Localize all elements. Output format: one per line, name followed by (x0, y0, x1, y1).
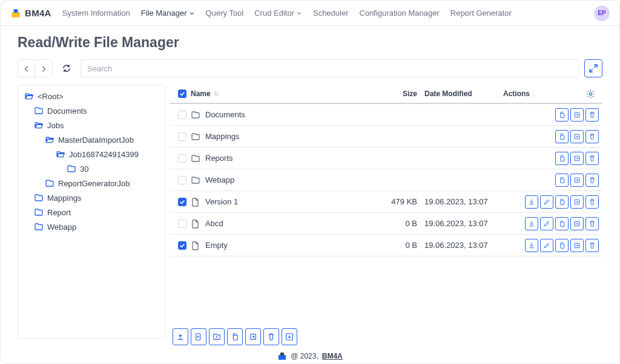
tree-node[interactable]: Webapp (21, 219, 162, 234)
table-settings-button[interactable] (582, 89, 599, 99)
row-name[interactable]: Reports (205, 154, 233, 163)
row-checkbox[interactable] (178, 154, 186, 163)
row-actions (503, 152, 599, 165)
tree-node[interactable]: Mappings (21, 190, 162, 205)
chevron-down-icon (296, 10, 302, 16)
row-name[interactable]: Abcd (205, 219, 223, 228)
nav-link[interactable]: Report Generator (450, 8, 512, 18)
row-move-button[interactable] (570, 239, 584, 252)
row-move-button[interactable] (570, 195, 584, 209)
tree-node[interactable]: Job1687424914399 (21, 147, 162, 161)
row-move-button[interactable] (570, 217, 584, 230)
tree-node-label: 30 (80, 164, 88, 174)
nav-link[interactable]: Configuration Manager (360, 8, 440, 18)
trash-icon (589, 155, 596, 162)
tree-node-label: ReportGeneratorJob (58, 179, 130, 188)
new-folder-button[interactable] (209, 328, 225, 345)
tree-node-label: Mappings (47, 193, 81, 203)
row-checkbox[interactable] (178, 132, 186, 141)
tree-node[interactable]: ReportGeneratorJob (21, 176, 162, 190)
edit-icon (543, 220, 550, 227)
row-copy-button[interactable] (555, 239, 569, 252)
row-copy-button[interactable] (555, 152, 569, 165)
row-copy-button[interactable] (555, 217, 569, 230)
folder-icon (67, 164, 76, 174)
row-name[interactable]: Webapp (205, 175, 234, 184)
expand-button[interactable] (584, 59, 602, 77)
nav-link[interactable]: Crud Editor (254, 8, 302, 18)
forward-button[interactable] (35, 60, 52, 77)
footer: @ 2023, BM4A (1, 351, 619, 361)
row-download-button[interactable] (525, 217, 538, 230)
col-size[interactable]: Size (376, 89, 424, 98)
row-copy-button[interactable] (555, 195, 569, 209)
trash-icon (589, 220, 596, 227)
folder-icon (34, 222, 44, 232)
arrow-right-icon (39, 64, 48, 73)
row-move-button[interactable] (570, 130, 584, 143)
row-edit-button[interactable] (540, 195, 553, 209)
refresh-button[interactable] (58, 59, 76, 77)
table-row: Webapp (170, 169, 602, 191)
row-delete-button[interactable] (585, 152, 599, 165)
row-checkbox[interactable] (178, 241, 186, 250)
back-button[interactable] (18, 60, 35, 77)
nav-link[interactable]: System Information (62, 8, 130, 18)
tree-node[interactable]: MasterDataImportJob (21, 132, 162, 147)
upload-icon (176, 333, 185, 341)
nav-link[interactable]: File Manager (141, 8, 195, 18)
row-delete-button[interactable] (585, 130, 599, 143)
copy-icon (558, 155, 566, 162)
row-copy-button[interactable] (555, 174, 569, 187)
select-all-checkbox[interactable] (178, 89, 186, 98)
move-button[interactable] (245, 328, 261, 345)
nav-link[interactable]: Query Tool (206, 8, 244, 18)
row-checkbox[interactable] (178, 176, 186, 184)
row-checkbox[interactable] (178, 219, 186, 228)
row-name[interactable]: Version 1 (205, 197, 238, 206)
row-delete-button[interactable] (585, 108, 599, 122)
col-date[interactable]: Date Modified (424, 89, 503, 98)
tree-node[interactable]: <Root> (21, 89, 162, 103)
search-input[interactable] (81, 59, 579, 77)
upload-button[interactable] (173, 328, 188, 345)
download-button[interactable] (282, 328, 297, 345)
svg-rect-8 (280, 353, 284, 356)
row-move-button[interactable] (570, 108, 584, 122)
row-name[interactable]: Mappings (205, 132, 239, 141)
col-name[interactable]: Name (191, 89, 376, 98)
row-delete-button[interactable] (585, 239, 599, 252)
row-delete-button[interactable] (585, 195, 599, 209)
row-move-button[interactable] (570, 152, 584, 165)
delete-button[interactable] (263, 328, 279, 345)
row-download-button[interactable] (525, 195, 538, 209)
download-icon (528, 220, 535, 227)
trash-icon (589, 111, 596, 119)
logo[interactable]: BM4A (10, 8, 51, 19)
row-name[interactable]: Documents (205, 110, 245, 119)
footer-brand-link[interactable]: BM4A (322, 352, 343, 360)
row-edit-button[interactable] (540, 217, 553, 230)
row-checkbox[interactable] (178, 198, 186, 206)
copyright: @ 2023, (291, 352, 318, 360)
row-name[interactable]: Empty (205, 241, 228, 250)
tree-node[interactable]: Report (21, 205, 162, 219)
row-checkbox[interactable] (178, 111, 186, 119)
row-move-button[interactable] (570, 174, 584, 187)
tree-node-label: MasterDataImportJob (58, 135, 134, 145)
row-edit-button[interactable] (540, 239, 553, 252)
copy-button[interactable] (227, 328, 243, 345)
new-file-button[interactable] (191, 328, 206, 345)
row-download-button[interactable] (525, 239, 538, 252)
row-delete-button[interactable] (585, 217, 599, 230)
svg-rect-5 (12, 11, 20, 17)
row-copy-button[interactable] (555, 108, 569, 122)
tree-node[interactable]: Jobs (21, 118, 162, 132)
row-delete-button[interactable] (585, 174, 599, 187)
avatar[interactable]: EP (594, 5, 610, 21)
row-copy-button[interactable] (555, 130, 569, 143)
nav-link[interactable]: Scheduler (313, 8, 349, 18)
tree-node[interactable]: Documents (21, 103, 162, 118)
move-icon (573, 177, 581, 184)
tree-node[interactable]: 30 (21, 161, 162, 176)
